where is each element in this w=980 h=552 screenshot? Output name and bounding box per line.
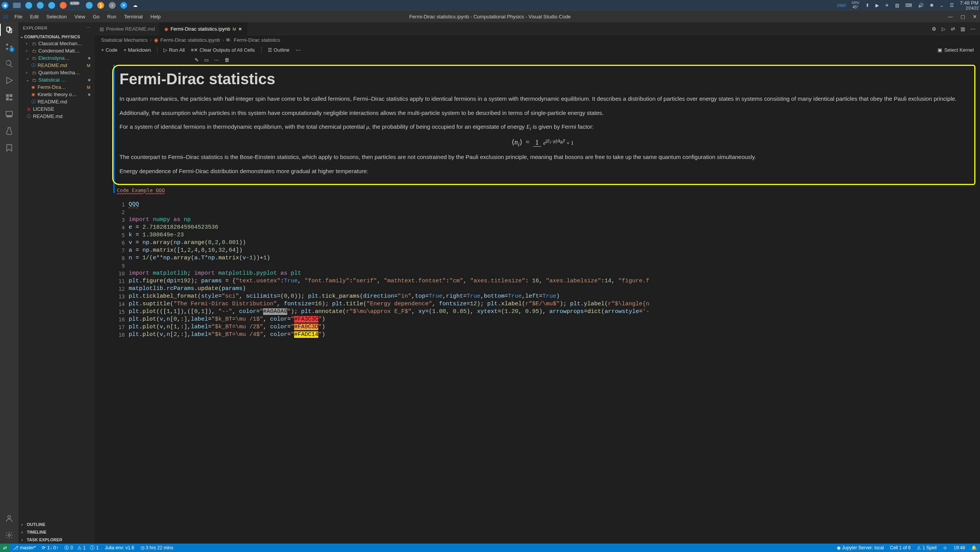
- branch-icon: ⎇: [13, 545, 18, 550]
- markdown-paragraph: In quantum mechanics, the particles with…: [119, 95, 968, 103]
- file-readme-root[interactable]: ⓘREADME.md: [18, 113, 95, 120]
- cell-position[interactable]: Cell 1 of 6: [887, 545, 914, 550]
- settings-gear-icon[interactable]: [5, 531, 14, 540]
- tab-preview-readme[interactable]: ▤ Preview README.md: [95, 22, 160, 36]
- menu-edit[interactable]: Edit: [27, 12, 42, 21]
- wakatime[interactable]: ◷3 hrs 22 mins: [137, 545, 177, 550]
- run-all-button[interactable]: ▷Run All: [164, 47, 185, 53]
- breadcrumbs[interactable]: Statistical Mechanics › ◉ Fermi-Dirac st…: [95, 36, 980, 44]
- git-sync[interactable]: ⟳1↓ 0↑: [39, 545, 61, 550]
- spell-check[interactable]: ⚠1 Spell: [914, 545, 940, 550]
- status-clock[interactable]: 19:48: [951, 545, 968, 550]
- file-license[interactable]: 🗎LICENSE: [18, 105, 95, 113]
- telegram-tray-icon[interactable]: ✈: [885, 3, 889, 8]
- close-button[interactable]: ✕: [973, 14, 977, 20]
- add-code-button[interactable]: +Code: [101, 47, 118, 53]
- gear-icon[interactable]: ⚙: [932, 26, 936, 32]
- menu-terminal[interactable]: Terminal: [121, 12, 146, 21]
- code-cell[interactable]: 123456789101112131415161718 QQQ import n…: [113, 201, 975, 339]
- file-readme-stat[interactable]: ⓘREADME.md: [18, 98, 95, 105]
- volume-icon[interactable]: 🔊: [918, 3, 924, 8]
- add-markdown-button[interactable]: +Markdown: [124, 47, 151, 53]
- file-readme-electro[interactable]: ⓘREADME.mdM: [18, 62, 95, 69]
- clock[interactable]: 7:48 PM 2/24/22: [960, 0, 978, 10]
- remote-explorer-icon[interactable]: [5, 110, 14, 119]
- split-editor-icon[interactable]: ▥: [960, 26, 965, 32]
- explorer-icon[interactable]: [5, 25, 14, 34]
- git-branch[interactable]: ⎇master*: [10, 545, 39, 550]
- accounts-icon[interactable]: [5, 514, 14, 523]
- bookmarks-icon[interactable]: [5, 143, 14, 152]
- math-formula: ⟨ni⟩ = 1e(Ei−μ)/kBT + 1: [119, 138, 968, 148]
- run-debug-icon[interactable]: [5, 76, 14, 85]
- bluetooth-icon[interactable]: ✱: [930, 3, 934, 8]
- notebook-body[interactable]: ✎ ▭ ⋯ 🗑 Fermi-Dirac statistics In quantu…: [95, 56, 980, 544]
- menu-help[interactable]: Help: [147, 12, 164, 21]
- outline-section[interactable]: ›OUTLINE: [18, 521, 95, 528]
- tab-close-icon[interactable]: ✕: [238, 26, 242, 32]
- sidebar-section-header[interactable]: ⌄COMPUTATIONAL PHYSICS: [18, 33, 95, 40]
- maximize-button[interactable]: ▢: [960, 14, 965, 20]
- timeline-section[interactable]: ›TIMELINE: [18, 528, 95, 536]
- menu-go[interactable]: Go: [90, 12, 102, 21]
- markdown-paragraph: Energy dependence of Fermi-Dirac distrib…: [119, 167, 968, 176]
- file-kinetic-theory[interactable]: ◉Kinetic theory o…: [18, 91, 95, 98]
- folder-condensed[interactable]: ›🗀Condensed Matt…: [18, 47, 95, 54]
- diff-icon[interactable]: ⇄: [951, 26, 955, 32]
- menu-run[interactable]: Run: [104, 12, 119, 21]
- scm-icon[interactable]: 2: [5, 42, 14, 51]
- menu-view[interactable]: View: [71, 12, 88, 21]
- menu-selection[interactable]: Selection: [43, 12, 70, 21]
- more-actions-icon[interactable]: ⋯: [970, 26, 975, 32]
- update-icon[interactable]: ⬆: [865, 3, 869, 8]
- kde-start-icon[interactable]: ◆: [2, 2, 8, 9]
- toolbar-more-icon[interactable]: ⋯: [296, 47, 301, 53]
- folder-classical[interactable]: ›🗀Classical Mechan…: [18, 40, 95, 47]
- extensions-icon[interactable]: [5, 93, 14, 102]
- select-kernel-button[interactable]: Select Kernel: [944, 47, 974, 53]
- edit-cell-icon[interactable]: ✎: [195, 57, 199, 63]
- markdown-heading: Fermi-Dirac statistics: [119, 70, 968, 88]
- menu-file[interactable]: File: [11, 12, 26, 21]
- thunderbird-icon[interactable]: [37, 2, 44, 9]
- julia-env[interactable]: Julia env: v1.6: [102, 545, 137, 550]
- run-icon[interactable]: ▷: [942, 26, 946, 32]
- rss-icon[interactable]: ❯: [97, 2, 104, 9]
- telegram-icon[interactable]: [48, 2, 55, 9]
- clear-outputs-button[interactable]: ≡✕Clear Outputs of All Cells: [191, 47, 255, 53]
- terminal-icon[interactable]: ›: [109, 2, 116, 9]
- menu-icon[interactable]: ☰: [950, 3, 954, 8]
- jupyter-server[interactable]: ◉Jupyter Server: local: [834, 545, 887, 550]
- weather-icon[interactable]: ☁: [132, 2, 139, 9]
- cell-more-icon[interactable]: ⋯: [214, 57, 219, 63]
- problems[interactable]: ⓧ0 ⚠1 ⓘ1: [61, 545, 102, 551]
- split-cell-icon[interactable]: ▭: [204, 57, 209, 63]
- minimize-button[interactable]: —: [948, 14, 953, 20]
- tab-fermi-dirac[interactable]: ◉ Fermi-Dirac statistics.ipynb M ✕: [160, 22, 247, 36]
- outline-button[interactable]: ☰Outline: [268, 47, 290, 53]
- app-icon-1[interactable]: [86, 2, 93, 9]
- task-explorer-section[interactable]: ›TASK EXPLORER: [18, 536, 95, 544]
- app-icon-2[interactable]: ✕: [120, 2, 127, 9]
- firefox-icon[interactable]: [60, 2, 67, 9]
- search-icon[interactable]: [5, 59, 14, 68]
- keyboard-icon[interactable]: ⌨: [905, 3, 912, 8]
- chevron-down-icon[interactable]: ⌄: [940, 3, 944, 8]
- folder-quantum[interactable]: ›🗀Quantum Mecha…: [18, 69, 95, 76]
- feedback-icon[interactable]: ☺: [940, 545, 951, 550]
- chromium-icon[interactable]: [25, 2, 32, 9]
- folder-statistical[interactable]: ⌄🗀Statistical …: [18, 76, 95, 84]
- media-play-icon[interactable]: ▶: [875, 3, 879, 8]
- code-editor[interactable]: QQQ import numpy as np e = 2.71828182845…: [129, 201, 650, 339]
- markdown-cell[interactable]: Fermi-Dirac statistics In quantum mechan…: [113, 65, 975, 193]
- remote-indicator[interactable]: ⇄: [0, 544, 10, 552]
- testing-icon[interactable]: [5, 126, 14, 136]
- task-window-thumb[interactable]: [13, 3, 21, 8]
- sidebar-more-icon[interactable]: ⋯: [86, 25, 91, 30]
- clipboard-icon[interactable]: ▥: [895, 3, 899, 8]
- notifications-icon[interactable]: 🔔: [968, 545, 980, 550]
- delete-cell-icon[interactable]: 🗑: [224, 57, 229, 63]
- folder-electrodynamics[interactable]: ⌄🗀Electrodyna…: [18, 54, 95, 62]
- file-fermi-dirac[interactable]: ◉Fermi-Dira…M: [18, 84, 95, 91]
- sidebar: EXPLORER ⋯ ⌄COMPUTATIONAL PHYSICS ›🗀Clas…: [18, 22, 95, 544]
